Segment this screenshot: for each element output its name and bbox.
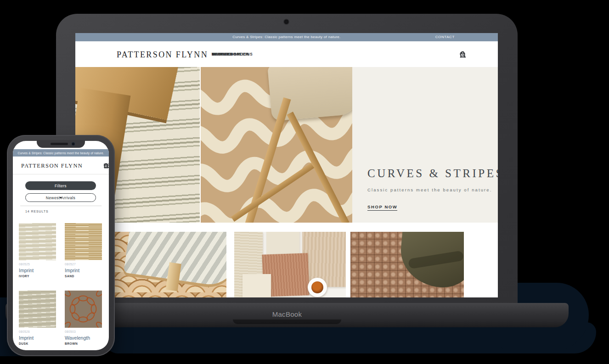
hero-subtitle: Classic patterns meet the beauty of natu… bbox=[367, 187, 492, 192]
product-swatch-wavelength-brown bbox=[65, 291, 102, 328]
announcement-text: Curves & Stripes: Classic patterns meet … bbox=[75, 33, 498, 41]
product-swatch-imprint-ivory bbox=[19, 223, 56, 260]
hero-image-curves-rug bbox=[201, 67, 352, 223]
results-count: 14 RESULTS bbox=[25, 210, 49, 213]
shop-now-link[interactable]: SHOP NOW bbox=[367, 204, 397, 211]
chair-seam bbox=[408, 251, 464, 269]
bench-leg bbox=[166, 262, 181, 291]
phone-mockup: Curves & Stripes: Classic patterns meet … bbox=[7, 135, 115, 356]
hero-text-panel: CURVES & STRIPES Classic patterns meet t… bbox=[352, 67, 498, 223]
product-swatch-imprint-sand bbox=[65, 223, 102, 260]
product-name: Imprint bbox=[65, 268, 79, 273]
menu-icon[interactable] bbox=[103, 163, 109, 168]
coffee bbox=[311, 281, 323, 293]
product-sku: 080527 bbox=[65, 263, 76, 266]
wavelength-pattern bbox=[65, 291, 102, 328]
sort-dropdown[interactable]: Newest Arrivals bbox=[25, 193, 96, 202]
webcam-dot bbox=[284, 20, 288, 24]
divider bbox=[20, 206, 102, 206]
rug-swatch bbox=[242, 274, 271, 297]
product-sku: 080525 bbox=[19, 263, 30, 266]
bag-icon[interactable] bbox=[459, 51, 466, 58]
mobile-header: PATTERSON FLYNN bbox=[13, 157, 109, 174]
hero-title: CURVES & STRIPES bbox=[367, 167, 498, 180]
logo[interactable]: PATTERSON FLYNN bbox=[117, 50, 208, 60]
logo-mobile[interactable]: PATTERSON FLYNN bbox=[21, 162, 83, 169]
macbook-lid-notch bbox=[233, 319, 341, 324]
product-sku: 080526 bbox=[19, 330, 30, 333]
product-name: Wavelength bbox=[65, 335, 90, 341]
collection-row bbox=[75, 232, 498, 297]
scene: Curves & Stripes: Classic patterns meet … bbox=[0, 0, 609, 364]
olive-velvet-chair bbox=[398, 232, 464, 290]
phone-notch bbox=[37, 140, 85, 148]
striped-bench bbox=[124, 232, 226, 288]
filters-button[interactable]: Filters bbox=[25, 181, 96, 190]
hero-slider: CURVES & STRIPES Classic patterns meet t… bbox=[75, 67, 498, 223]
product-color: DUSK bbox=[19, 342, 28, 345]
nav-item-textiles[interactable]: TEXTILES bbox=[212, 52, 233, 56]
collection-image-textured-rug[interactable] bbox=[350, 232, 464, 297]
desktop-site: Curves & Stripes: Classic patterns meet … bbox=[75, 33, 498, 297]
contact-link[interactable]: CONTACT bbox=[435, 33, 455, 41]
product-color: BROWN bbox=[65, 342, 78, 345]
product-swatch-imprint-dusk bbox=[19, 291, 56, 328]
product-color: SAND bbox=[65, 274, 74, 278]
product-color: IVORY bbox=[19, 274, 29, 278]
product-name: Imprint bbox=[19, 268, 34, 273]
announcement-bar-mobile: Curves & Stripes: Classic patterns meet … bbox=[13, 149, 109, 157]
phone-camera bbox=[72, 142, 75, 146]
site-header: PATTERSON FLYNN NEW IN-STOCK BROADLOOM M… bbox=[75, 41, 498, 67]
coffee-cup bbox=[308, 278, 327, 297]
product-sku: 080503 bbox=[65, 330, 76, 333]
announcement-bar: Curves & Stripes: Classic patterns meet … bbox=[75, 33, 498, 41]
mobile-site: Curves & Stripes: Classic patterns meet … bbox=[13, 141, 109, 350]
collection-image-swatch-flatlay[interactable] bbox=[234, 232, 346, 297]
product-name: Imprint bbox=[19, 335, 34, 341]
chevron-down-icon bbox=[59, 197, 62, 199]
phone-speaker bbox=[51, 143, 68, 145]
